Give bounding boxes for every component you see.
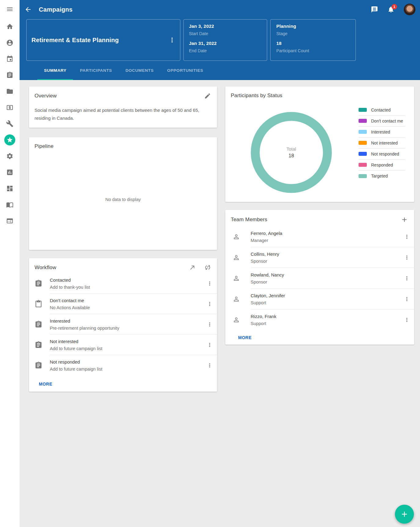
legend-item-not-interested[interactable]: Not interested xyxy=(359,137,405,148)
workflow-row-dont-contact[interactable]: Don't contact me No Actions Available xyxy=(29,294,217,314)
tab-summary[interactable]: SUMMARY xyxy=(37,61,73,80)
edit-overview-button[interactable] xyxy=(204,93,211,99)
person-outline-icon xyxy=(233,275,240,282)
folder-icon xyxy=(6,88,13,95)
pipeline-empty-message: No data to display xyxy=(29,197,217,202)
person-outline-icon xyxy=(233,254,240,261)
workflow-row-menu-button[interactable] xyxy=(207,362,213,368)
kebab-menu-icon xyxy=(207,321,213,328)
workflow-action: Add to future campaign list xyxy=(50,367,102,371)
kebab-menu-icon xyxy=(404,234,410,240)
legend-swatch xyxy=(359,108,367,112)
person-outline-icon xyxy=(233,295,240,303)
team-member-menu-button[interactable] xyxy=(404,317,410,323)
kebab-menu-icon xyxy=(404,254,410,261)
page-header: Campaigns 1 Retirement & Estate Planning xyxy=(20,0,420,80)
sidebar-item-tools[interactable] xyxy=(0,115,20,132)
team-member-row[interactable]: Ferrero, Angela Manager xyxy=(225,226,414,247)
workflow-row-menu-button[interactable] xyxy=(207,280,213,287)
legend-item-targeted[interactable]: Targeted xyxy=(359,170,405,181)
notifications-button[interactable]: 1 xyxy=(387,6,395,13)
workflow-row-contacted[interactable]: Contacted Add to thank-you list xyxy=(29,273,217,294)
legend-item-interested[interactable]: Interested xyxy=(359,126,405,137)
team-member-role: Support xyxy=(251,321,276,326)
workflow-title: Workflow xyxy=(35,265,56,271)
campaign-name: Retirement & Estate Planning xyxy=(31,37,119,44)
campaign-menu-button[interactable] xyxy=(168,36,176,44)
workflow-more-button[interactable]: MORE xyxy=(36,380,55,388)
tasks-clipboard-icon xyxy=(6,71,13,79)
team-member-row[interactable]: Rowland, Nancy Sponsor xyxy=(225,268,414,289)
sidebar-item-dashboard[interactable] xyxy=(0,180,20,196)
workflow-row-menu-button[interactable] xyxy=(207,342,213,348)
participants-by-status-card: Participants by Status Total 18 Contacte… xyxy=(225,86,414,202)
team-member-menu-button[interactable] xyxy=(404,234,410,240)
hamburger-menu-icon[interactable] xyxy=(0,0,20,18)
workflow-row-menu-button[interactable] xyxy=(207,321,213,328)
sidebar-item-campaigns-active[interactable] xyxy=(0,132,20,148)
donut-center-label: Total 18 xyxy=(249,110,334,195)
left-column: Overview Social media campaign aimed at … xyxy=(29,86,217,527)
legend-item-dont-contact-me[interactable]: Don't contact me xyxy=(359,115,405,126)
end-date-value: Jan 31, 2022 xyxy=(189,41,263,46)
open-workflow-button[interactable] xyxy=(189,264,196,271)
sync-problem-icon xyxy=(204,264,211,271)
legend-item-contacted[interactable]: Contacted xyxy=(359,104,405,115)
sidebar-item-tasks[interactable] xyxy=(0,67,20,83)
start-date-label: Start Date xyxy=(189,31,263,36)
settings-gear-icon xyxy=(6,152,13,160)
sync-status-button[interactable] xyxy=(204,264,211,271)
team-member-menu-button[interactable] xyxy=(404,275,410,281)
user-avatar[interactable] xyxy=(404,4,415,15)
kebab-menu-icon xyxy=(168,36,176,44)
legend-item-not-responded[interactable]: Not responded xyxy=(359,148,405,159)
person-outline-icon xyxy=(233,316,240,324)
sidebar-item-reports[interactable] xyxy=(0,164,20,180)
tab-opportunities[interactable]: OPPORTUNITIES xyxy=(160,61,210,80)
sidebar-item-contacts[interactable] xyxy=(0,35,20,51)
workflow-status: Interested xyxy=(50,318,119,324)
donut-total-label: Total xyxy=(286,146,296,152)
plus-icon xyxy=(401,216,408,223)
team-member-role: Sponsor xyxy=(251,259,279,264)
campaign-name-box: Retirement & Estate Planning xyxy=(26,19,180,61)
add-team-member-button[interactable] xyxy=(401,216,408,223)
legend-item-responded[interactable]: Responded xyxy=(359,159,405,170)
sidebar-item-billing[interactable] xyxy=(0,99,20,115)
team-more-button[interactable]: MORE xyxy=(236,333,254,342)
workflow-row-interested[interactable]: Interested Pre-retirement planning oppor… xyxy=(29,314,217,335)
topbar-actions: 1 xyxy=(371,4,415,15)
chat-button[interactable] xyxy=(371,6,378,13)
tab-participants[interactable]: PARTICIPANTS xyxy=(73,61,119,80)
workflow-row-not-responded[interactable]: Not responded Add to future campaign lis… xyxy=(29,355,217,375)
sidebar-item-settings[interactable] xyxy=(0,148,20,164)
team-member-menu-button[interactable] xyxy=(404,296,410,302)
sidebar-item-home[interactable] xyxy=(0,18,20,35)
workflow-row-menu-button[interactable] xyxy=(207,301,213,307)
participant-count-label: Participant Count xyxy=(276,48,352,53)
team-member-row[interactable]: Clayton, Jennifer Support xyxy=(225,289,414,309)
team-member-row[interactable]: Collins, Henry Sponsor xyxy=(225,247,414,268)
back-button[interactable] xyxy=(24,6,32,13)
sidebar-item-knowledge-base[interactable] xyxy=(0,196,20,213)
stage-value: Planning xyxy=(276,24,352,29)
team-member-role: Manager xyxy=(251,238,282,243)
tab-documents[interactable]: DOCUMENTS xyxy=(119,61,160,80)
sidebar-item-documents[interactable] xyxy=(0,83,20,99)
campaign-dates-box: Jan 3, 2022 Start Date Jan 31, 2022 End … xyxy=(183,19,267,61)
sidebar-item-calendar[interactable] xyxy=(0,51,20,67)
team-members-card: Team Members Ferrero, Angela Manager xyxy=(225,210,414,345)
workflow-status: Not interested xyxy=(50,339,102,344)
team-members-list: Ferrero, Angela Manager Collins, Henry S… xyxy=(225,226,414,330)
legend-swatch xyxy=(359,152,367,156)
team-member-role: Sponsor xyxy=(251,280,284,284)
team-member-row[interactable]: Rizzo, Frank Support xyxy=(225,309,414,330)
team-member-name: Ferrero, Angela xyxy=(251,231,282,236)
add-fab-button[interactable] xyxy=(395,505,414,524)
workflow-status: Not responded xyxy=(50,359,102,364)
page-title: Campaigns xyxy=(39,6,73,13)
wrench-icon xyxy=(6,120,13,127)
team-member-menu-button[interactable] xyxy=(404,254,410,261)
sidebar-item-accounts[interactable] xyxy=(0,213,20,229)
workflow-row-not-interested[interactable]: Not interested Add to future campaign li… xyxy=(29,335,217,355)
